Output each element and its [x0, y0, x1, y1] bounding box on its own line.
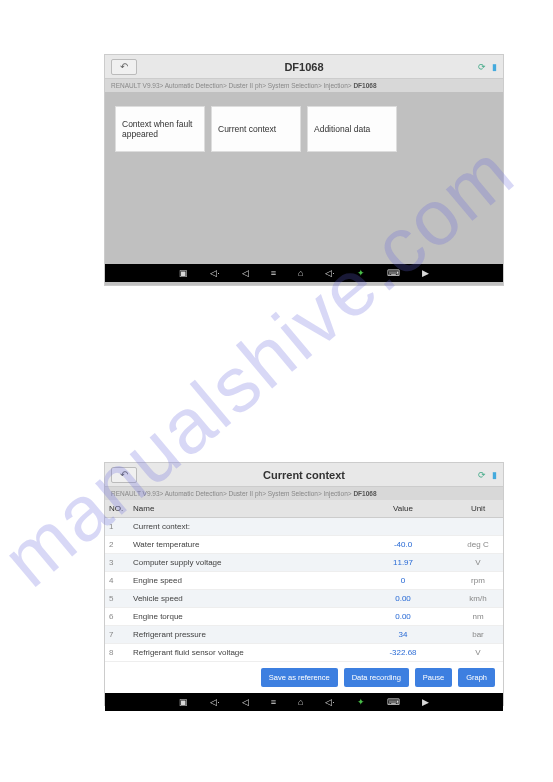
status-icons: ⟳ ▮: [478, 62, 497, 72]
table-body: 1Current context:2Water temperature-40.0…: [105, 518, 503, 662]
refresh-icon: ⟳: [478, 62, 486, 72]
cell-name: Engine torque: [129, 608, 353, 625]
nav-star-icon[interactable]: ✦: [357, 697, 365, 707]
nav-home-icon[interactable]: ⌂: [298, 268, 303, 278]
cell-name: Refrigerant fluid sensor voltage: [129, 644, 353, 661]
cell-no: 8: [105, 644, 129, 661]
nav-next-icon[interactable]: ◁·: [325, 268, 335, 278]
cell-value: [353, 523, 453, 531]
table-row[interactable]: 1Current context:: [105, 518, 503, 536]
cell-no: 6: [105, 608, 129, 625]
header-name: Name: [129, 500, 353, 517]
graph-button[interactable]: Graph: [458, 668, 495, 687]
bottom-navbar: ▣ ◁· ◁ ≡ ⌂ ◁· ✦ ⌨ ▶: [105, 693, 503, 711]
card-current-context[interactable]: Current context: [211, 106, 301, 152]
cell-value: 34: [353, 626, 453, 643]
data-recording-button[interactable]: Data recording: [344, 668, 409, 687]
cell-name: Water temperature: [129, 536, 353, 553]
page-title: Current context: [105, 469, 503, 481]
cell-no: 3: [105, 554, 129, 571]
nav-prev-icon[interactable]: ◁·: [210, 268, 220, 278]
nav-star-icon[interactable]: ✦: [357, 268, 365, 278]
nav-gallery-icon[interactable]: ▣: [179, 697, 188, 707]
table-row[interactable]: 2Water temperature-40.0deg C: [105, 536, 503, 554]
breadcrumb-current: DF1068: [353, 82, 376, 89]
nav-back-icon[interactable]: ◁: [242, 268, 249, 278]
cell-no: 4: [105, 572, 129, 589]
table-row[interactable]: 5Vehicle speed0.00km/h: [105, 590, 503, 608]
cell-no: 1: [105, 518, 129, 535]
table-row[interactable]: 6Engine torque0.00nm: [105, 608, 503, 626]
data-table: NO. Name Value Unit 1Current context:2Wa…: [105, 500, 503, 662]
cell-unit: V: [453, 554, 503, 571]
cell-name: Refrigerant pressure: [129, 626, 353, 643]
table-row[interactable]: 4Engine speed0rpm: [105, 572, 503, 590]
card-additional-data[interactable]: Additional data: [307, 106, 397, 152]
nav-home-icon[interactable]: ⌂: [298, 697, 303, 707]
nav-next-icon[interactable]: ◁·: [325, 697, 335, 707]
nav-menu-icon[interactable]: ≡: [271, 268, 276, 278]
header-value: Value: [353, 500, 453, 517]
status-icons: ⟳ ▮: [478, 470, 497, 480]
header-no: NO.: [105, 500, 129, 517]
card-context-fault[interactable]: Context when fault appeared: [115, 106, 205, 152]
action-buttons: Save as reference Data recording Pause G…: [105, 662, 503, 693]
battery-icon: ▮: [492, 470, 497, 480]
cell-no: 7: [105, 626, 129, 643]
breadcrumb: RENAULT V9.93> Automatic Detection> Dust…: [105, 79, 503, 92]
table-row[interactable]: 7Refrigerant pressure34bar: [105, 626, 503, 644]
cell-unit: bar: [453, 626, 503, 643]
battery-icon: ▮: [492, 62, 497, 72]
breadcrumb-current: DF1068: [353, 490, 376, 497]
cell-value: -40.0: [353, 536, 453, 553]
nav-menu-icon[interactable]: ≡: [271, 697, 276, 707]
header-unit: Unit: [453, 500, 503, 517]
cell-unit: nm: [453, 608, 503, 625]
cell-no: 5: [105, 590, 129, 607]
table-row[interactable]: 3Computer supply voltage11.97V: [105, 554, 503, 572]
pause-button[interactable]: Pause: [415, 668, 452, 687]
cell-value: -322.68: [353, 644, 453, 661]
cell-unit: deg C: [453, 536, 503, 553]
cell-value: 0.00: [353, 590, 453, 607]
refresh-icon: ⟳: [478, 470, 486, 480]
breadcrumb-path: RENAULT V9.93> Automatic Detection> Dust…: [111, 82, 353, 89]
cell-name: Current context:: [129, 518, 353, 535]
cell-value: 0: [353, 572, 453, 589]
cell-unit: [453, 523, 503, 531]
breadcrumb: RENAULT V9.93> Automatic Detection> Dust…: [105, 487, 503, 500]
back-button[interactable]: ↶: [111, 59, 137, 75]
cell-name: Computer supply voltage: [129, 554, 353, 571]
cell-name: Vehicle speed: [129, 590, 353, 607]
table-header: NO. Name Value Unit: [105, 500, 503, 518]
breadcrumb-path: RENAULT V9.93> Automatic Detection> Dust…: [111, 490, 353, 497]
nav-video-icon[interactable]: ▶: [422, 697, 429, 707]
cell-value: 0.00: [353, 608, 453, 625]
cell-unit: rpm: [453, 572, 503, 589]
cell-no: 2: [105, 536, 129, 553]
cell-unit: V: [453, 644, 503, 661]
nav-gallery-icon[interactable]: ▣: [179, 268, 188, 278]
titlebar: ↶ DF1068 ⟳ ▮: [105, 55, 503, 79]
cell-value: 11.97: [353, 554, 453, 571]
nav-video-icon[interactable]: ▶: [422, 268, 429, 278]
screen-current-context: ↶ Current context ⟳ ▮ RENAULT V9.93> Aut…: [104, 462, 504, 706]
titlebar: ↶ Current context ⟳ ▮: [105, 463, 503, 487]
back-button[interactable]: ↶: [111, 467, 137, 483]
page-title: DF1068: [105, 61, 503, 73]
bottom-navbar: ▣ ◁· ◁ ≡ ⌂ ◁· ✦ ⌨ ▶: [105, 264, 503, 282]
nav-chat-icon[interactable]: ⌨: [387, 268, 400, 278]
nav-back-icon[interactable]: ◁: [242, 697, 249, 707]
cell-unit: km/h: [453, 590, 503, 607]
save-reference-button[interactable]: Save as reference: [261, 668, 338, 687]
cell-name: Engine speed: [129, 572, 353, 589]
nav-chat-icon[interactable]: ⌨: [387, 697, 400, 707]
card-container: Context when fault appeared Current cont…: [105, 92, 503, 264]
screen-dtc-detail: ↶ DF1068 ⟳ ▮ RENAULT V9.93> Automatic De…: [104, 54, 504, 286]
nav-prev-icon[interactable]: ◁·: [210, 697, 220, 707]
table-row[interactable]: 8Refrigerant fluid sensor voltage-322.68…: [105, 644, 503, 662]
